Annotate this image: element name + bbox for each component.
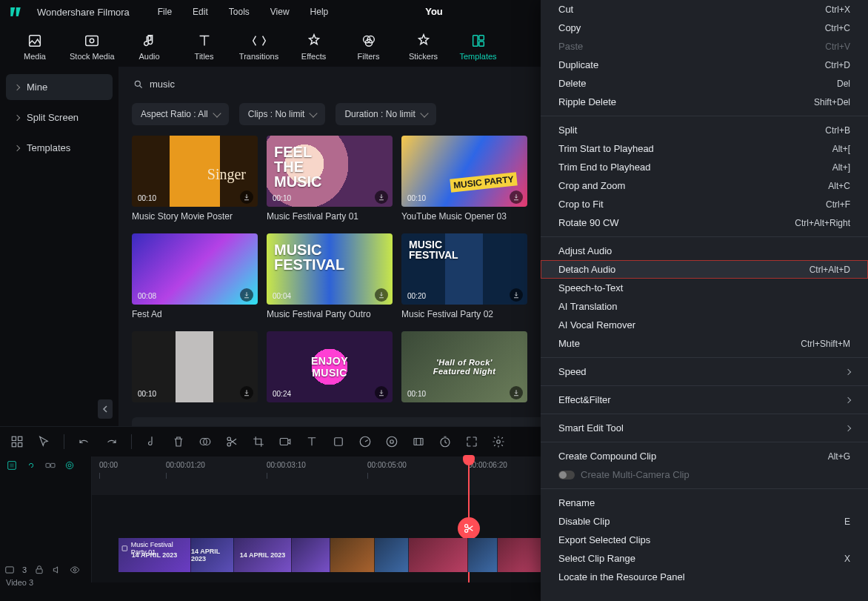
- tl-cursor-button[interactable]: [37, 435, 50, 448]
- tl-undo-button[interactable]: [78, 435, 91, 448]
- top-tab-you[interactable]: You: [425, 6, 443, 17]
- ctx-detach-audio[interactable]: Detach AudioCtrl+Alt+D: [541, 260, 868, 279]
- tl-record-button[interactable]: [278, 435, 292, 448]
- template-card[interactable]: MUSICFESTIVAL00:04Music Festival Party O…: [267, 233, 393, 319]
- tl-mask-button[interactable]: [198, 435, 212, 448]
- timeline-clip[interactable]: 14 APRIL 2023: [191, 538, 234, 572]
- menu-file[interactable]: File: [158, 7, 172, 17]
- timeline-link-icon[interactable]: [25, 459, 37, 471]
- template-thumbnail[interactable]: Singer00:10: [132, 136, 258, 207]
- ctx-crop-to-fit[interactable]: Crop to FitCtrl+F: [541, 195, 868, 213]
- timeline-clip[interactable]: 14 APRIL 2023: [234, 538, 292, 572]
- tl-crop-button[interactable]: [252, 435, 265, 448]
- ctx-create-compound-clip[interactable]: Create Compound ClipAlt+G: [541, 447, 868, 465]
- ctx-select-clip-range[interactable]: Select Clip RangeX: [541, 549, 868, 568]
- ctx-rename[interactable]: Rename: [541, 494, 868, 512]
- timeline-clip[interactable]: [498, 538, 542, 572]
- ctx-delete[interactable]: DeleteDel: [541, 74, 868, 93]
- tl-expand-button[interactable]: [465, 435, 478, 448]
- timeline-marker-icon[interactable]: [6, 459, 18, 471]
- ctx-ai-translation[interactable]: AI Translation: [541, 297, 868, 316]
- tl-timer-button[interactable]: [438, 435, 452, 448]
- ctx-speech-to-text[interactable]: Speech-to-Text: [541, 279, 868, 297]
- tl-text-button[interactable]: [305, 435, 318, 448]
- ctx-split[interactable]: SplitCtrl+B: [541, 121, 868, 139]
- ctx-trim-start-to-playhead[interactable]: Trim Start to PlayheadAlt+[: [541, 139, 868, 158]
- sidebar-item-templates[interactable]: Templates: [6, 135, 113, 161]
- tool-effects[interactable]: Effects: [294, 33, 334, 61]
- filter-aspect-ratio[interactable]: Aspect Ratio : All: [132, 103, 229, 125]
- template-card[interactable]: 00:08Fest Ad: [132, 233, 258, 319]
- timeline-group-icon[interactable]: [44, 459, 56, 471]
- ctx-speed[interactable]: Speed: [541, 362, 868, 381]
- ctx-rotate-90-cw[interactable]: Rotate 90 CWCtrl+Alt+Right: [541, 213, 868, 232]
- speaker-icon[interactable]: [52, 565, 62, 575]
- template-thumbnail[interactable]: MUSICFESTIVAL00:20: [401, 233, 527, 305]
- sidebar-item-mine[interactable]: Mine: [6, 74, 113, 100]
- menu-edit[interactable]: Edit: [193, 7, 208, 17]
- template-thumbnail[interactable]: 00:10: [132, 331, 258, 402]
- tl-redo-button[interactable]: [104, 435, 118, 448]
- template-card[interactable]: MUSICFESTIVAL00:20Music Festival Party 0…: [401, 233, 527, 319]
- tool-stickers[interactable]: Stickers: [404, 33, 444, 61]
- timeline-clip[interactable]: [375, 538, 409, 572]
- template-thumbnail[interactable]: ENJOY MUSIC00:24: [267, 331, 393, 402]
- tool-transitions[interactable]: Transitions: [239, 33, 279, 61]
- download-icon[interactable]: [510, 386, 523, 399]
- tool-stock[interactable]: Stock Media: [70, 33, 115, 61]
- download-icon[interactable]: [375, 386, 388, 399]
- tl-frame-button[interactable]: [412, 435, 425, 448]
- ctx-duplicate[interactable]: DuplicateCtrl+D: [541, 56, 868, 74]
- tl-cut-button[interactable]: [225, 435, 238, 448]
- template-card[interactable]: FEELTHEMUSIC00:10Music Festival Party 01: [267, 136, 393, 222]
- template-card[interactable]: Singer00:10Music Story Movie Poster: [132, 136, 258, 222]
- timeline-clip[interactable]: [292, 538, 330, 572]
- template-thumbnail[interactable]: 00:08: [132, 233, 258, 305]
- tl-speed-button[interactable]: [358, 435, 372, 448]
- ctx-locate-in-the-resource-panel[interactable]: Locate in the Resource Panel: [541, 568, 868, 586]
- tl-grid-button[interactable]: [10, 435, 24, 448]
- template-thumbnail[interactable]: 'Hall of Rock' Featured Night00:10: [401, 331, 527, 402]
- tool-media[interactable]: Media: [15, 33, 55, 61]
- menu-tools[interactable]: Tools: [229, 7, 250, 17]
- filter-clips[interactable]: Clips : No limit: [239, 103, 326, 125]
- timeline-clip[interactable]: [409, 538, 468, 572]
- lock-icon[interactable]: [34, 565, 44, 575]
- download-icon[interactable]: [240, 190, 253, 204]
- template-thumbnail[interactable]: FEELTHEMUSIC00:10: [267, 136, 393, 207]
- collapse-sidebar-button[interactable]: [98, 399, 113, 419]
- tool-titles[interactable]: Titles: [184, 33, 224, 61]
- ctx-ripple-delete[interactable]: Ripple DeleteShift+Del: [541, 93, 868, 111]
- context-menu[interactable]: CutCtrl+XCopyCtrl+CPasteCtrl+VDuplicateC…: [541, 0, 868, 601]
- timeline-clip[interactable]: Music Festival Party 0114 APRIL 2023: [118, 538, 191, 572]
- template-card[interactable]: 00:10: [132, 331, 258, 407]
- menu-help[interactable]: Help: [310, 7, 329, 17]
- sidebar-item-split-screen[interactable]: Split Screen: [6, 104, 113, 130]
- template-thumbnail[interactable]: MUSICFESTIVAL00:04: [267, 233, 393, 305]
- tool-filters[interactable]: Filters: [349, 33, 389, 61]
- tl-color-button[interactable]: [385, 435, 398, 448]
- download-icon[interactable]: [375, 190, 388, 204]
- download-icon[interactable]: [510, 190, 523, 204]
- template-thumbnail[interactable]: MUSIC PARTY00:10: [401, 136, 527, 207]
- ctx-effect-filter[interactable]: Effect&Filter: [541, 391, 868, 409]
- ctx-export-selected-clips[interactable]: Export Selected Clips: [541, 531, 868, 549]
- ctx-smart-edit-tool[interactable]: Smart Edit Tool: [541, 419, 868, 437]
- ctx-trim-end-to-playhead[interactable]: Trim End to PlayheadAlt+]: [541, 158, 868, 176]
- ctx-mute[interactable]: MuteCtrl+Shift+M: [541, 334, 868, 353]
- ctx-copy[interactable]: CopyCtrl+C: [541, 19, 868, 37]
- timeline-clip[interactable]: [468, 538, 498, 572]
- download-icon[interactable]: [375, 288, 388, 302]
- tool-audio[interactable]: Audio: [130, 33, 170, 61]
- download-icon[interactable]: [510, 288, 523, 302]
- ctx-cut[interactable]: CutCtrl+X: [541, 0, 868, 19]
- ctx-crop-and-zoom[interactable]: Crop and ZoomAlt+C: [541, 176, 868, 195]
- tl-square-button[interactable]: [332, 435, 345, 448]
- template-card[interactable]: ENJOY MUSIC00:24: [267, 331, 393, 407]
- template-card[interactable]: 'Hall of Rock' Featured Night00:10: [401, 331, 527, 407]
- ctx-ai-vocal-remover[interactable]: AI Vocal Remover: [541, 316, 868, 334]
- download-icon[interactable]: [240, 386, 253, 399]
- tl-marker-button[interactable]: [145, 435, 158, 448]
- menu-view[interactable]: View: [270, 7, 290, 17]
- download-icon[interactable]: [240, 288, 253, 302]
